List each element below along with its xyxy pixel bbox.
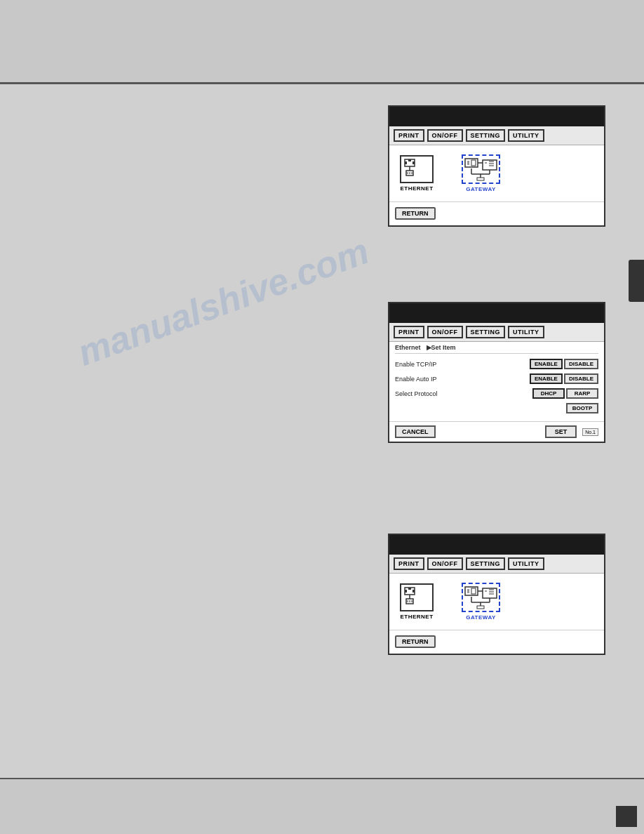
gateway-icon-item-1[interactable]: GATEWAY [462,154,500,192]
panel-3-utility-btn[interactable]: UTILITY [508,557,544,570]
svg-rect-28 [412,590,415,593]
auto-ip-btns: ENABLE DISABLE [530,373,598,384]
panel-3-icon-area: ETHERNET [389,574,604,630]
protocol-dhcp-btn[interactable]: DHCP [532,388,565,399]
panel-1-header [389,107,604,126]
tcp-ip-row: Enable TCP/IP ENABLE DISABLE [395,357,598,371]
watermark: manualshive.com [72,230,375,374]
svg-rect-3 [412,161,415,164]
panel-3-header [389,535,604,555]
ethernet-label-1: ETHERNET [400,185,433,192]
panel-3-setting-btn[interactable]: SETTING [466,557,506,570]
panel-2-setting-btn[interactable]: SETTING [466,326,506,338]
ethernet-label-3: ETHERNET [400,614,433,620]
protocol-label: Select Protocol [395,390,532,397]
panel-2-print-btn[interactable]: PRINT [394,326,424,338]
auto-ip-disable-btn[interactable]: DISABLE [564,373,598,384]
panel-1-toolbar: PRINT ON/OFF SETTING UTILITY [389,126,604,145]
gateway-label-3: GATEWAY [466,614,496,621]
protocol-btns: DHCP RARP [532,388,598,399]
svg-rect-13 [471,160,476,166]
action-row: CANCEL SET No.1 [389,421,604,442]
panel-1-setting-btn[interactable]: SETTING [466,129,506,142]
svg-rect-38 [471,588,476,594]
svg-rect-1 [408,159,411,161]
right-tab [629,260,644,302]
settings-content: Ethernet ▶Set Item Enable TCP/IP ENABLE … [389,342,604,421]
svg-rect-24 [477,178,484,180]
tcp-ip-btns: ENABLE DISABLE [530,359,598,369]
panel-1-print-btn[interactable]: PRINT [394,129,424,142]
svg-rect-2 [405,161,407,164]
tcp-ip-disable-btn[interactable]: DISABLE [564,359,598,369]
cancel-button[interactable]: CANCEL [395,425,436,438]
panel-2-header [389,303,604,323]
gateway-icon-item-3[interactable]: GATEWAY [462,583,500,621]
note-badge: No.1 [582,428,598,436]
gateway-icon-1 [462,154,500,184]
tcp-ip-enable-btn[interactable]: ENABLE [530,359,563,369]
svg-rect-26 [408,588,411,590]
panel-1-return-btn[interactable]: RETURN [395,207,436,220]
gateway-icon-3 [462,583,500,612]
panel-2: PRINT ON/OFF SETTING UTILITY Ethernet ▶S… [388,302,605,443]
auto-ip-row: Enable Auto IP ENABLE DISABLE [395,371,598,386]
tcp-ip-label: Enable TCP/IP [395,361,530,368]
panel-1: PRINT ON/OFF SETTING UTILITY ETHERN [388,105,605,227]
protocol-bootp-btn[interactable]: BOOTP [566,403,598,413]
settings-header: Ethernet ▶Set Item [395,342,598,354]
bottom-band [0,778,644,834]
ethernet-icon-3 [400,583,434,611]
panel-3-onoff-btn[interactable]: ON/OFF [427,557,463,570]
top-band [0,0,644,84]
svg-rect-49 [477,606,484,609]
bootp-row: BOOTP [395,401,598,416]
panel-1-icon-area: ETHERNET [389,145,604,201]
panel-1-onoff-btn[interactable]: ON/OFF [427,129,463,142]
panel-2-toolbar: PRINT ON/OFF SETTING UTILITY [389,323,604,342]
protocol-row: Select Protocol DHCP RARP [395,386,598,401]
ethernet-icon-item-1[interactable]: ETHERNET [400,155,434,192]
panel-3: PRINT ON/OFF SETTING UTILITY ETHERN [388,534,605,655]
ethernet-icon-item-3[interactable]: ETHERNET [400,583,434,620]
panel-3-return-btn[interactable]: RETURN [395,635,436,648]
panel-1-return-row: RETURN [389,201,604,225]
settings-section-label: Ethernet [395,344,421,351]
panel-1-utility-btn[interactable]: UTILITY [508,129,544,142]
svg-rect-27 [405,590,407,593]
ethernet-icon-1 [400,155,434,183]
panel-3-print-btn[interactable]: PRINT [394,557,424,570]
panel-2-onoff-btn[interactable]: ON/OFF [427,326,463,338]
set-button[interactable]: SET [545,425,577,438]
panel-2-utility-btn[interactable]: UTILITY [508,326,544,338]
gateway-label-1: GATEWAY [466,186,496,192]
panel-3-toolbar: PRINT ON/OFF SETTING UTILITY [389,555,604,574]
panel-3-return-row: RETURN [389,630,604,654]
settings-section-arrow: ▶Set Item [427,344,456,351]
bottom-right-corner [616,806,637,827]
auto-ip-label: Enable Auto IP [395,376,530,383]
protocol-rarp-btn[interactable]: RARP [566,388,598,399]
auto-ip-enable-btn[interactable]: ENABLE [530,373,563,384]
